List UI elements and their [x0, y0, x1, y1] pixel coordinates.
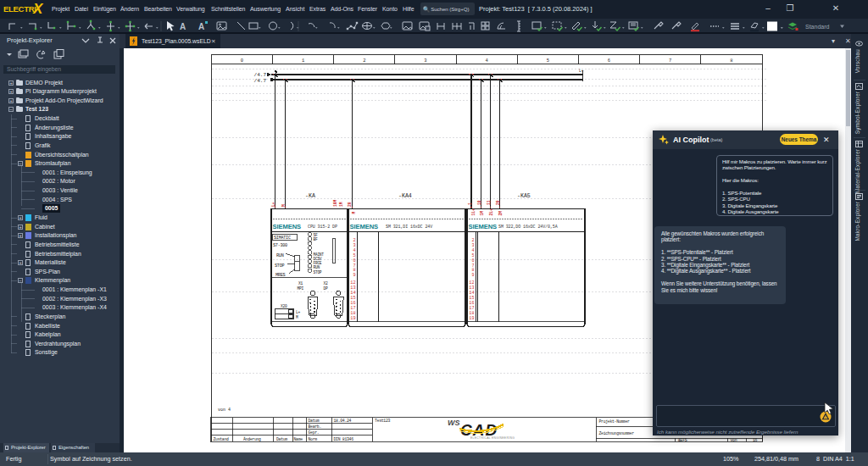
svg-text:MPI: MPI	[298, 286, 304, 291]
svg-text:-KA: -KA	[305, 193, 315, 199]
svg-text:SM 321,DI 16xDC 24V: SM 321,DI 16xDC 24V	[386, 225, 432, 230]
svg-text:Projekt-Nummer: Projekt-Nummer	[599, 419, 631, 424]
svg-text:1M: 1M	[480, 211, 484, 216]
svg-text:RUN: RUN	[276, 253, 284, 258]
svg-text:8: 8	[730, 58, 732, 64]
svg-text:10: 10	[477, 200, 481, 205]
svg-text:2L+: 2L+	[489, 208, 493, 216]
svg-text:ELECTRICAL ENGINEERING: ELECTRICAL ENGINEERING	[470, 436, 515, 440]
svg-text:von 4: von 4	[218, 408, 231, 413]
svg-text:FRCE: FRCE	[314, 261, 322, 265]
svg-text:X: X	[32, 1, 44, 16]
svg-text:DP: DP	[324, 286, 328, 291]
svg-text:M: M	[296, 315, 298, 319]
svg-text:L+: L+	[271, 202, 275, 207]
svg-text:Bearb.: Bearb.	[309, 424, 321, 429]
svg-text:RUN: RUN	[314, 265, 320, 269]
svg-text:STOP: STOP	[314, 270, 322, 275]
svg-text:-KA4: -KA4	[398, 193, 412, 199]
svg-text:/4.7: /4.7	[254, 78, 267, 84]
svg-text:SF: SF	[314, 233, 318, 237]
svg-text:1: 1	[468, 202, 472, 205]
svg-text:2: 2	[363, 58, 365, 64]
svg-text:L+: L+	[296, 310, 300, 314]
svg-text:MRES: MRES	[275, 273, 285, 278]
svg-text:1L+: 1L+	[471, 208, 476, 216]
svg-text:19: 19	[469, 316, 474, 321]
svg-text:2M: 2M	[498, 211, 503, 216]
svg-text:M: M	[352, 212, 356, 214]
svg-text:SIEMENS: SIEMENS	[469, 223, 498, 230]
svg-text:Änderung: Änderung	[243, 436, 261, 441]
svg-text:CPU 315-2 DP: CPU 315-2 DP	[308, 225, 337, 230]
svg-text:X1: X1	[298, 281, 303, 286]
svg-text:Standard: Standard	[805, 24, 830, 30]
svg-text:Datum: Datum	[309, 419, 320, 423]
svg-text:20: 20	[496, 200, 500, 205]
svg-text:Norm: Norm	[309, 437, 318, 441]
svg-text:Datum: Datum	[276, 437, 287, 441]
svg-text:16: 16	[753, 438, 758, 442]
svg-text:Gepr.: Gepr.	[309, 430, 320, 435]
svg-text:von: von	[731, 438, 737, 442]
svg-text:4: 4	[486, 58, 489, 64]
svg-text:ELECTRI: ELECTRI	[3, 4, 36, 14]
svg-text:5: 5	[547, 58, 549, 64]
svg-text:&EFS: &EFS	[678, 438, 687, 442]
svg-text:20: 20	[348, 202, 352, 207]
svg-text:-KA5: -KA5	[517, 193, 531, 199]
svg-text:DCSV: DCSV	[314, 257, 322, 261]
svg-text:Name: Name	[294, 437, 303, 441]
svg-text:MAINT: MAINT	[314, 252, 325, 257]
svg-text:SM 322,DO 16xDC 24V/0,5A: SM 322,DO 16xDC 24V/0,5A	[498, 225, 558, 230]
svg-text:7: 7	[669, 58, 671, 64]
svg-text:DIN 81346: DIN 81346	[334, 437, 354, 441]
svg-text:0: 0	[241, 58, 243, 64]
svg-text:M: M	[281, 204, 286, 207]
svg-text:10M: 10M	[333, 199, 337, 207]
svg-text:S7-300: S7-300	[273, 243, 287, 248]
svg-text:A: A	[198, 22, 204, 31]
svg-text:X20: X20	[281, 304, 287, 308]
svg-text:18.04.24: 18.04.24	[334, 419, 352, 423]
svg-text:3: 3	[424, 58, 426, 64]
svg-text:WS: WS	[448, 419, 460, 427]
svg-text:11: 11	[487, 200, 491, 205]
svg-text:Zeichnungsnummer: Zeichnungsnummer	[599, 431, 635, 435]
svg-text:1M: 1M	[339, 202, 343, 207]
svg-text:19: 19	[350, 316, 355, 321]
svg-text:SIMATIC: SIMATIC	[274, 236, 291, 241]
svg-text:9: 9	[353, 273, 355, 278]
svg-text:Zustand: Zustand	[214, 437, 229, 441]
svg-text:1: 1	[302, 58, 305, 64]
svg-text:SIEMENS: SIEMENS	[350, 223, 379, 230]
svg-text:Test123: Test123	[375, 419, 390, 423]
svg-text:SIEMENS: SIEMENS	[273, 223, 302, 230]
svg-text:6: 6	[608, 58, 610, 64]
svg-text:STOP: STOP	[275, 264, 284, 269]
svg-text:L+: L+	[579, 69, 584, 73]
svg-text:A: A	[180, 22, 186, 31]
svg-text:X2: X2	[324, 281, 328, 286]
svg-text:9: 9	[471, 273, 474, 278]
svg-text:BF: BF	[314, 237, 318, 241]
